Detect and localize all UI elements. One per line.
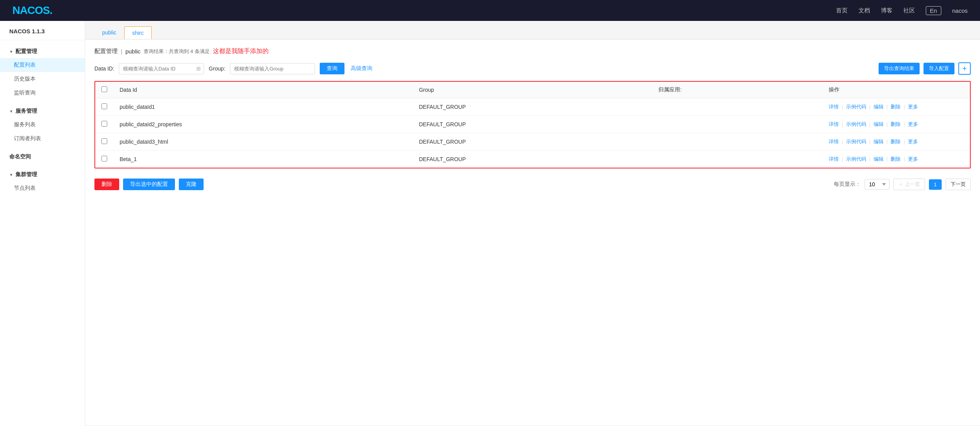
import-button[interactable]: 导入配置	[923, 63, 954, 74]
sidebar-item-subscribers[interactable]: 订阅者列表	[0, 132, 85, 146]
sample-code-link-3[interactable]: 示例代码	[846, 139, 866, 144]
footer-pagination: 每页显示： 10 20 50 100 ＜ 上一页 1 下一页	[834, 179, 971, 190]
sidebar-item-service-list[interactable]: 服务列表	[0, 118, 85, 132]
lang-switch[interactable]: En	[926, 6, 941, 15]
header-checkbox-col	[95, 82, 113, 98]
export-selected-button[interactable]: 导出选中的配置	[123, 179, 175, 190]
nav-docs[interactable]: 文档	[858, 7, 870, 14]
row-app-4	[652, 151, 822, 168]
row-checkbox-col-1	[95, 98, 113, 116]
header-app: 归属应用:	[652, 82, 822, 98]
row-checkbox-4[interactable]	[101, 156, 107, 161]
action-links-3: 详情 | 示例代码 | 编辑 | 删除 | 更多	[829, 139, 918, 144]
config-table: Data Id Group 归属应用: 操作 public_dataId1	[95, 82, 970, 168]
row-checkbox-col-3	[95, 133, 113, 151]
detail-link-4[interactable]: 详情	[829, 156, 839, 162]
table-header-row: Data Id Group 归属应用: 操作	[95, 82, 970, 98]
group-label: Group:	[209, 65, 225, 72]
sidebar-group-cluster-title[interactable]: ▼ 集群管理	[0, 168, 85, 181]
clone-button[interactable]: 克隆	[179, 179, 204, 190]
chevron-down-icon: ▼	[9, 50, 13, 54]
more-link-3[interactable]: 更多	[908, 139, 918, 144]
header-group: Group	[413, 82, 652, 98]
sidebar-item-history[interactable]: 历史版本	[0, 72, 85, 86]
sidebar-item-listener[interactable]: 监听查询	[0, 86, 85, 100]
row-group-3: DEFAULT_GROUP	[413, 133, 652, 151]
add-config-button[interactable]: +	[958, 62, 971, 75]
sidebar-item-nodes[interactable]: 节点列表	[0, 181, 85, 195]
sidebar-group-namespace-title[interactable]: 命名空间	[0, 150, 85, 163]
table-row: Beta_1 DEFAULT_GROUP 详情 | 示例代码 | 编辑	[95, 151, 970, 168]
sidebar-group-config-label: 配置管理	[15, 48, 37, 55]
tab-shirc[interactable]: shirc	[124, 26, 152, 39]
nav-community[interactable]: 社区	[903, 7, 915, 14]
annotation-text: 这都是我随手添加的	[213, 47, 269, 55]
delete-link-2[interactable]: 删除	[891, 121, 901, 127]
nav-blog[interactable]: 博客	[881, 7, 893, 14]
row-actions-1: 详情 | 示例代码 | 编辑 | 删除 | 更多	[822, 98, 970, 116]
export-button[interactable]: 导出查询结果	[879, 63, 920, 74]
row-dataid-2: public_dataId2_properties	[113, 116, 413, 133]
table-icon: ⊞	[196, 65, 201, 72]
nav-home[interactable]: 首页	[836, 7, 848, 14]
row-checkbox-3[interactable]	[101, 138, 107, 144]
sample-code-link-4[interactable]: 示例代码	[846, 156, 866, 162]
header-actions: 操作	[822, 82, 970, 98]
sidebar-group-service-label: 服务管理	[15, 108, 37, 115]
page-size-label: 每页显示：	[834, 181, 861, 188]
footer-actions: 删除 导出选中的配置 克隆	[94, 179, 204, 190]
prev-page-button[interactable]: ＜ 上一页	[893, 179, 925, 190]
sample-code-link-1[interactable]: 示例代码	[846, 104, 866, 110]
search-bar: Data ID: ⊞ Group: 查询 高级查询 导出查询结果 导入配置 +	[94, 62, 971, 75]
more-link-4[interactable]: 更多	[908, 156, 918, 162]
row-dataid-4: Beta_1	[113, 151, 413, 168]
action-links-1: 详情 | 示例代码 | 编辑 | 删除 | 更多	[829, 104, 918, 110]
group-input[interactable]	[230, 63, 315, 74]
delete-link-4[interactable]: 删除	[891, 156, 901, 162]
sidebar-group-service-title[interactable]: ▼ 服务管理	[0, 105, 85, 118]
edit-link-2[interactable]: 编辑	[874, 121, 884, 127]
search-bar-right: 导出查询结果 导入配置 +	[879, 62, 971, 75]
sidebar-item-config-list[interactable]: 配置列表	[0, 58, 85, 72]
delete-link-3[interactable]: 删除	[891, 139, 901, 144]
row-actions-4: 详情 | 示例代码 | 编辑 | 删除 | 更多	[822, 151, 970, 168]
sidebar-group-namespace: 命名空间	[0, 146, 85, 163]
detail-link-3[interactable]: 详情	[829, 139, 839, 144]
edit-link-3[interactable]: 编辑	[874, 139, 884, 144]
detail-link-2[interactable]: 详情	[829, 121, 839, 127]
more-link-1[interactable]: 更多	[908, 104, 918, 110]
row-checkbox-2[interactable]	[101, 121, 107, 127]
group-input-wrap	[230, 63, 315, 74]
sidebar: NACOS 1.1.3 ▼ 配置管理 配置列表 历史版本 监听查询 ▼ 服务管理…	[0, 21, 85, 426]
detail-link-1[interactable]: 详情	[829, 104, 839, 110]
header-dataid: Data Id	[113, 82, 413, 98]
advanced-search-button[interactable]: 高级查询	[349, 63, 374, 74]
row-checkbox-col-4	[95, 151, 113, 168]
more-link-2[interactable]: 更多	[908, 121, 918, 127]
sample-code-link-2[interactable]: 示例代码	[846, 121, 866, 127]
breadcrumb-section: 配置管理	[94, 48, 118, 55]
sidebar-group-cluster: ▼ 集群管理 节点列表	[0, 163, 85, 195]
page-size-select[interactable]: 10 20 50 100	[865, 179, 889, 190]
sidebar-group-cluster-label: 集群管理	[15, 171, 37, 178]
select-all-checkbox[interactable]	[101, 86, 107, 92]
edit-link-1[interactable]: 编辑	[874, 104, 884, 110]
logo: NACOS.	[12, 4, 52, 17]
row-actions-2: 详情 | 示例代码 | 编辑 | 删除 | 更多	[822, 116, 970, 133]
row-actions-3: 详情 | 示例代码 | 编辑 | 删除 | 更多	[822, 133, 970, 151]
footer-row: 删除 导出选中的配置 克隆 每页显示： 10 20 50 100 ＜ 上一页 1…	[94, 175, 971, 194]
edit-link-4[interactable]: 编辑	[874, 156, 884, 162]
dataid-input[interactable]	[119, 63, 204, 74]
next-page-button[interactable]: 下一页	[946, 179, 971, 190]
sidebar-group-config-title[interactable]: ▼ 配置管理	[0, 45, 85, 58]
delete-link-1[interactable]: 删除	[891, 104, 901, 110]
row-app-3	[652, 133, 822, 151]
current-page-button[interactable]: 1	[929, 179, 942, 190]
top-nav: NACOS. 首页 文档 博客 社区 En nacos	[0, 0, 980, 21]
search-button[interactable]: 查询	[320, 63, 344, 74]
row-checkbox-1[interactable]	[101, 103, 107, 109]
delete-button[interactable]: 删除	[94, 179, 119, 190]
breadcrumb-separator: |	[121, 48, 122, 55]
row-group-2: DEFAULT_GROUP	[413, 116, 652, 133]
tab-public[interactable]: public	[94, 26, 124, 39]
